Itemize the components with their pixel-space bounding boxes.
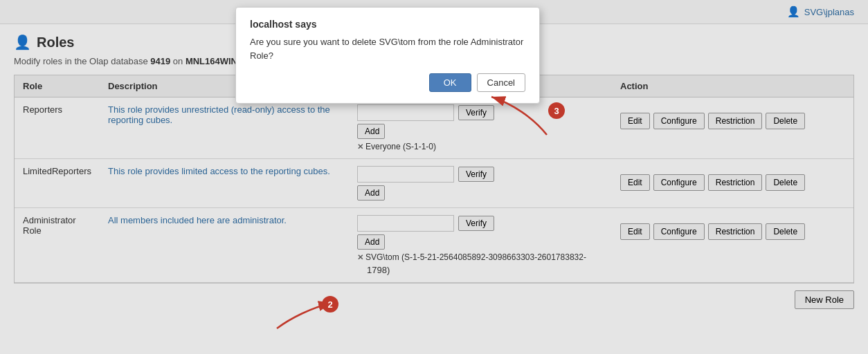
modal-overlay: localhost says Are you sure you want to … (0, 0, 868, 354)
modal-cancel-button[interactable]: Cancel (477, 73, 525, 92)
annotation-circle-2: 2 (322, 296, 338, 313)
modal-message: Are you sure you want to delete SVG\tom … (250, 35, 525, 62)
modal-buttons: OK Cancel (250, 73, 525, 92)
modal-title: localhost says (250, 19, 525, 30)
modal-ok-button[interactable]: OK (429, 73, 471, 92)
modal-dialog: localhost says Are you sure you want to … (235, 7, 540, 104)
annotation-circle-3: 3 (548, 102, 565, 119)
